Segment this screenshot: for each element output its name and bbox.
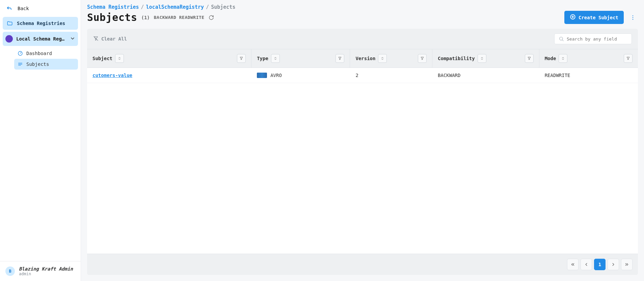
breadcrumb-separator: / xyxy=(206,4,209,10)
type-value: AVRO xyxy=(270,73,282,78)
page-title: Subjects xyxy=(87,11,137,23)
pagination-next-button[interactable] xyxy=(608,259,619,270)
create-subject-label: Create Subject xyxy=(579,15,618,20)
clear-all-label: Clear All xyxy=(101,36,127,42)
svg-point-9 xyxy=(633,19,633,20)
version-value: 2 xyxy=(355,73,358,78)
svg-point-11 xyxy=(560,37,563,40)
create-subject-button[interactable]: Create Subject xyxy=(564,11,624,24)
back-arrow-icon xyxy=(6,5,12,11)
search-icon xyxy=(559,36,564,42)
pagination-prev-button[interactable] xyxy=(581,259,592,270)
svg-point-8 xyxy=(633,17,633,18)
avro-icon xyxy=(257,73,267,78)
svg-line-12 xyxy=(562,40,563,41)
column-header-version: Version xyxy=(355,56,375,61)
breadcrumb-link-registries[interactable]: Schema Registries xyxy=(87,4,139,10)
column-header-type: Type xyxy=(257,56,268,61)
clear-all-button[interactable]: Clear All xyxy=(93,36,127,42)
filter-off-icon xyxy=(93,36,99,42)
registry-name: Local Schema Regi… xyxy=(16,36,66,42)
more-actions-button[interactable] xyxy=(628,12,638,23)
registry-mode-badge: BACKWARD READWRITE xyxy=(154,15,205,20)
svg-point-7 xyxy=(633,15,633,16)
user-profile[interactable]: B Blazing Kraft Admin admin xyxy=(0,261,81,281)
sidebar-item-label: Subjects xyxy=(26,61,49,67)
search-input[interactable] xyxy=(567,36,627,42)
chevron-down-icon xyxy=(70,36,75,42)
subject-link[interactable]: cutomers-value xyxy=(92,73,132,78)
breadcrumb-current: Subjects xyxy=(211,4,235,10)
breadcrumb-link-registry[interactable]: localSchemaRegistry xyxy=(146,4,204,10)
back-button[interactable]: Back xyxy=(3,3,78,14)
refresh-button[interactable] xyxy=(209,15,214,20)
filter-subject-button[interactable] xyxy=(237,54,246,63)
sidebar-nav-label: Schema Registries xyxy=(17,21,65,26)
gauge-icon xyxy=(18,51,23,56)
registry-color-dot xyxy=(5,35,13,43)
user-role: admin xyxy=(19,272,73,276)
sort-type-button[interactable] xyxy=(271,54,280,63)
pagination-first-button[interactable] xyxy=(567,259,579,270)
pagination-last-button[interactable] xyxy=(621,259,633,270)
plus-circle-icon xyxy=(570,14,576,21)
column-header-mode: Mode xyxy=(545,56,556,61)
list-icon xyxy=(18,61,23,67)
search-wrapper xyxy=(554,33,632,44)
pagination-page-1[interactable]: 1 xyxy=(594,259,606,270)
back-label: Back xyxy=(18,6,29,11)
sort-version-button[interactable] xyxy=(378,54,387,63)
sidebar-item-dashboard[interactable]: Dashboard xyxy=(14,48,78,59)
breadcrumb: Schema Registries / localSchemaRegistry … xyxy=(87,4,638,10)
sort-subject-button[interactable] xyxy=(115,54,124,63)
avatar: B xyxy=(5,266,15,276)
sidebar-item-label: Dashboard xyxy=(26,51,52,56)
sidebar-item-subjects[interactable]: Subjects xyxy=(14,59,78,70)
subjects-count: (1) xyxy=(141,15,150,20)
user-name: Blazing Kraft Admin xyxy=(19,266,73,272)
filter-version-button[interactable] xyxy=(418,54,427,63)
column-header-subject: Subject xyxy=(92,56,112,61)
mode-value: READWRITE xyxy=(545,73,570,78)
breadcrumb-separator: / xyxy=(141,4,144,10)
filter-compatibility-button[interactable] xyxy=(525,54,534,63)
table-row: cutomers-value AVRO 2 BACKWARD xyxy=(87,68,638,83)
folder-icon xyxy=(7,20,13,26)
sidebar-registry-selector[interactable]: Local Schema Regi… xyxy=(3,32,78,46)
compatibility-value: BACKWARD xyxy=(438,73,460,78)
sidebar-nav-schema-registries[interactable]: Schema Registries xyxy=(3,17,78,30)
column-header-compatibility: Compatibility xyxy=(438,56,475,61)
filter-type-button[interactable] xyxy=(336,54,344,63)
filter-mode-button[interactable] xyxy=(624,54,633,63)
sort-mode-button[interactable] xyxy=(559,54,567,63)
sort-compatibility-button[interactable] xyxy=(478,54,486,63)
